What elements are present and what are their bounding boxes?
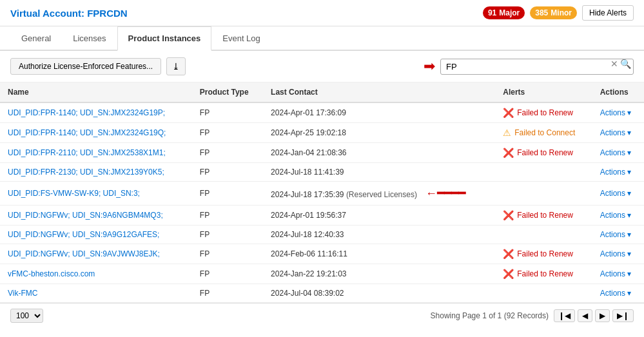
row-name-link[interactable]: UDI_PID:FS-VMW-SW-K9; UDI_SN:3; [8, 189, 140, 198]
major-count: 91 [488, 8, 496, 17]
row-product-type: FP [192, 102, 263, 123]
alert-text: Failed to Renew [517, 148, 573, 157]
col-actions: Actions [592, 82, 644, 102]
account-link[interactable]: FPRCDN [87, 8, 128, 19]
row-alert: ⚠Failed to Connect [495, 123, 592, 143]
minor-count: 385 [535, 8, 548, 17]
reserved-arrow-icon: ←━━━━ [422, 187, 465, 200]
tab-product-instances[interactable]: Product Instances [117, 26, 212, 51]
row-name-link[interactable]: UDI_PID:FPR-2110; UDI_SN:JMX2538X1M1; [8, 148, 166, 157]
search-area: ➡ ✕ 🔍 [424, 58, 634, 75]
row-actions: Actions ▾ [592, 206, 644, 226]
toolbar: Authorize License-Enforced Features... ⤓… [0, 51, 644, 82]
row-alert: ❌Failed to Renew [495, 244, 592, 264]
row-actions: Actions ▾ [592, 163, 644, 182]
row-actions: Actions ▾ [592, 244, 644, 264]
authorize-button[interactable]: Authorize License-Enforced Features... [10, 58, 161, 75]
table-row: UDI_PID:FPR-2110; UDI_SN:JMX2538X1M1;FP2… [0, 143, 644, 163]
row-actions: Actions ▾ [592, 182, 644, 206]
search-submit-button[interactable]: 🔍 [620, 59, 631, 69]
warn-icon: ⚠ [503, 128, 511, 138]
prev-page-button[interactable]: ◀ [578, 309, 592, 322]
row-last-contact: 2024-Jul-18 17:35:39 (Reserved Licenses)… [263, 182, 495, 206]
virtual-account-title: Virtual Account: FPRCDN [10, 8, 128, 19]
tab-bar: General Licenses Product Instances Event… [0, 26, 644, 51]
actions-dropdown-button[interactable]: Actions ▾ [600, 230, 632, 239]
actions-dropdown-button[interactable]: Actions ▾ [600, 269, 632, 278]
row-name-link[interactable]: UDI_PID:FPR-2130; UDI_SN:JMX2139Y0K5; [8, 168, 164, 177]
row-alert [495, 182, 592, 206]
table-row: UDI_PID:FS-VMW-SW-K9; UDI_SN:3;FP2024-Ju… [0, 182, 644, 206]
row-alert [495, 284, 592, 303]
row-alert: ❌Failed to Renew [495, 143, 592, 163]
export-button[interactable]: ⤓ [166, 57, 186, 75]
first-page-button[interactable]: ❙◀ [554, 309, 575, 322]
row-last-contact: 2024-Apr-25 19:02:18 [263, 123, 495, 143]
error-icon: ❌ [503, 269, 514, 279]
row-product-type: FP [192, 123, 263, 143]
col-name: Name [0, 82, 192, 102]
last-page-button[interactable]: ▶❙ [612, 309, 634, 322]
row-product-type: FP [192, 284, 263, 303]
actions-dropdown-button[interactable]: Actions ▾ [600, 168, 632, 177]
row-product-type: FP [192, 163, 263, 182]
alert-text: Failed to Renew [517, 108, 573, 117]
row-product-type: FP [192, 264, 263, 284]
row-actions: Actions ▾ [592, 226, 644, 244]
col-alerts: Alerts [495, 82, 592, 102]
search-clear-button[interactable]: ✕ [610, 59, 618, 69]
alerts-area: 91 Major 385 Minor Hide Alerts [483, 5, 634, 21]
tab-general[interactable]: General [10, 26, 62, 51]
table-row: UDI_PID:FPR-2130; UDI_SN:JMX2139Y0K5;FP2… [0, 163, 644, 182]
row-name-link[interactable]: UDI_PID:NGFWv; UDI_SN:9AVJWWJ8EJK; [8, 249, 160, 258]
row-alert [495, 163, 592, 182]
alert-text: Failed to Renew [517, 269, 573, 278]
actions-dropdown-button[interactable]: Actions ▾ [600, 289, 632, 298]
row-name-link[interactable]: Vik-FMC [8, 289, 37, 298]
row-last-contact: 2024-Apr-01 19:56:37 [263, 206, 495, 226]
alert-text: Failed to Renew [517, 249, 573, 258]
next-page-button[interactable]: ▶ [595, 309, 610, 322]
row-name-link[interactable]: UDI_PID:NGFWv; UDI_SN:9A9G12GAFES; [8, 230, 159, 239]
pagination-info: Showing Page 1 of 1 (92 Records) [431, 311, 549, 320]
row-name-link[interactable]: UDI_PID:FPR-1140; UDI_SN:JMX2324G19Q; [8, 128, 166, 137]
export-icon: ⤓ [172, 61, 180, 72]
row-name-link[interactable]: UDI_PID:FPR-1140; UDI_SN:JMX2324G19P; [8, 108, 165, 117]
row-product-type: FP [192, 182, 263, 206]
actions-dropdown-button[interactable]: Actions ▾ [600, 128, 632, 137]
row-alert [495, 226, 592, 244]
row-name-link[interactable]: UDI_PID:NGFWv; UDI_SN:9A6NGBM4MQ3; [8, 211, 163, 220]
hide-alerts-button[interactable]: Hide Alerts [582, 5, 634, 21]
row-actions: Actions ▾ [592, 102, 644, 123]
search-arrow-icon: ➡ [424, 58, 435, 75]
row-last-contact: 2024-Jan-22 19:21:03 [263, 264, 495, 284]
row-actions: Actions ▾ [592, 284, 644, 303]
actions-dropdown-button[interactable]: Actions ▾ [600, 211, 632, 220]
row-last-contact: 2024-Feb-06 11:16:11 [263, 244, 495, 264]
error-icon: ❌ [503, 210, 514, 220]
tab-event-log[interactable]: Event Log [211, 26, 271, 51]
alert-text: Failed to Connect [514, 128, 575, 137]
row-alert: ❌Failed to Renew [495, 206, 592, 226]
table-row: UDI_PID:NGFWv; UDI_SN:9AVJWWJ8EJK;FP2024… [0, 244, 644, 264]
col-last-contact: Last Contact [263, 82, 495, 102]
major-label: Major [499, 8, 520, 17]
minor-label: Minor [551, 8, 572, 17]
major-alert-badge[interactable]: 91 Major [483, 6, 525, 19]
alert-text: Failed to Renew [517, 211, 573, 220]
row-last-contact: 2024-Apr-01 17:36:09 [263, 102, 495, 123]
search-input[interactable] [440, 59, 634, 75]
footer: 10 25 50 100 Showing Page 1 of 1 (92 Rec… [0, 303, 644, 328]
actions-dropdown-button[interactable]: Actions ▾ [600, 249, 632, 258]
pagination-buttons: ❙◀ ◀ ▶ ▶❙ [554, 309, 634, 322]
tab-licenses[interactable]: Licenses [62, 26, 117, 51]
table-row: UDI_PID:FPR-1140; UDI_SN:JMX2324G19Q;FP2… [0, 123, 644, 143]
actions-dropdown-button[interactable]: Actions ▾ [600, 189, 632, 198]
page-size-select[interactable]: 10 25 50 100 [10, 309, 43, 323]
actions-dropdown-button[interactable]: Actions ▾ [600, 148, 632, 157]
minor-alert-badge[interactable]: 385 Minor [530, 6, 577, 19]
row-name-link[interactable]: vFMC-bheston.cisco.com [8, 269, 95, 278]
row-product-type: FP [192, 143, 263, 163]
row-product-type: FP [192, 244, 263, 264]
actions-dropdown-button[interactable]: Actions ▾ [600, 108, 632, 117]
